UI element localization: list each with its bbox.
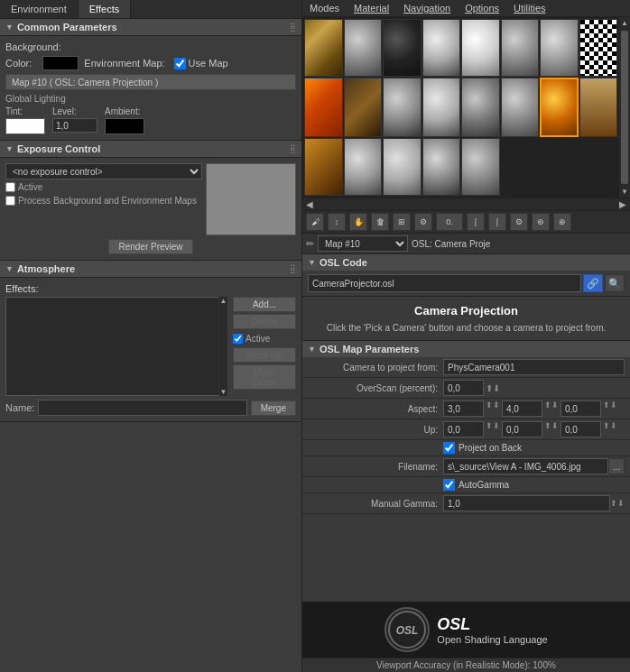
- thumb-sphere-grey8[interactable]: [344, 138, 383, 196]
- menu-navigation[interactable]: Navigation: [396, 0, 458, 16]
- camera-input[interactable]: [443, 359, 625, 375]
- tab-environment[interactable]: Environment: [0, 0, 79, 18]
- thumb-sphere-grey11[interactable]: [461, 138, 500, 196]
- map-dropdown[interactable]: Map #10: [318, 235, 408, 252]
- thumb-sphere-grey5[interactable]: [422, 78, 461, 137]
- menu-material[interactable]: Material: [347, 0, 396, 16]
- list-scrollbar[interactable]: ▲ ▼: [218, 297, 227, 396]
- thumb-sphere-mirror1[interactable]: [422, 19, 461, 77]
- exposure-content: <no exposure control> Active Process Bac…: [0, 158, 301, 260]
- delete-button[interactable]: Delete: [233, 314, 296, 329]
- scroll-up-arrow[interactable]: ▲: [220, 297, 227, 305]
- grid-next[interactable]: ▶: [616, 198, 630, 210]
- atmosphere-header[interactable]: ▼ Atmosphere ⣿: [0, 261, 301, 278]
- grid-prev[interactable]: ◀: [302, 198, 317, 210]
- tint-swatch[interactable]: [5, 118, 45, 134]
- tool-bar1[interactable]: |: [467, 213, 485, 231]
- thumb-scrollbar[interactable]: ▲ ▼: [619, 17, 630, 198]
- project-on-back-checkbox[interactable]: [443, 442, 455, 454]
- osl-search-button[interactable]: 🔍: [605, 274, 625, 292]
- aspect-input1[interactable]: [443, 400, 484, 417]
- up-spin1[interactable]: ⬆⬇: [486, 421, 500, 437]
- menu-modes[interactable]: Modes: [302, 0, 347, 16]
- scroll-down-arrow[interactable]: ▼: [220, 388, 227, 396]
- thumb-scroll-down[interactable]: ▼: [619, 186, 630, 198]
- auto-gamma-checkbox[interactable]: [443, 479, 455, 491]
- thumb-room2[interactable]: [344, 78, 383, 137]
- thumb-env2[interactable]: [579, 78, 618, 137]
- manual-gamma-spinner[interactable]: ⬆⬇: [610, 499, 625, 508]
- thumb-sphere-grey2[interactable]: [501, 19, 540, 77]
- filename-input[interactable]: [443, 458, 608, 474]
- tool-nav[interactable]: ↕: [328, 213, 346, 231]
- exposure-control-dropdown[interactable]: <no exposure control>: [5, 163, 202, 180]
- thumb-sphere-grey10[interactable]: [422, 138, 461, 196]
- tool-extra2[interactable]: ⊕: [553, 213, 571, 231]
- osl-code-header[interactable]: ▼ OSL Code: [302, 254, 630, 271]
- menu-options[interactable]: Options: [458, 0, 506, 16]
- move-up-button[interactable]: Move Up: [233, 347, 296, 363]
- thumb-checker[interactable]: [579, 19, 618, 77]
- tool-gear[interactable]: ⚙: [510, 213, 528, 231]
- tool-hand[interactable]: ✋: [349, 213, 367, 231]
- browse-button[interactable]: ...: [608, 458, 625, 474]
- level-input[interactable]: [52, 118, 97, 133]
- osl-link-button[interactable]: 🔗: [583, 274, 603, 292]
- name-input[interactable]: [38, 400, 246, 416]
- process-checkbox[interactable]: [5, 196, 15, 206]
- thumb-sphere-grey3[interactable]: [540, 19, 579, 77]
- aspect-spin3[interactable]: ⬆⬇: [603, 400, 617, 417]
- exposure-header[interactable]: ▼ Exposure Control ⣿: [0, 141, 301, 158]
- tool-options[interactable]: ⚙: [414, 213, 432, 231]
- atmo-active-checkbox[interactable]: [233, 334, 243, 344]
- up-spin2[interactable]: ⬆⬇: [544, 421, 559, 437]
- manual-gamma-input[interactable]: [443, 495, 610, 511]
- up-spin3[interactable]: ⬆⬇: [603, 421, 617, 437]
- map-button[interactable]: Map #10 ( OSL: Camera Projection ): [5, 74, 296, 90]
- thumb-sphere-grey7[interactable]: [501, 78, 540, 137]
- thumb-orange-selected[interactable]: [540, 78, 579, 137]
- move-down-button[interactable]: Move Down: [233, 364, 296, 390]
- aspect-spin1[interactable]: ⬆⬇: [486, 400, 500, 417]
- tool-bar2[interactable]: |: [488, 213, 506, 231]
- osl-params-header[interactable]: ▼ OSL Map Parameters: [302, 341, 630, 357]
- use-map-checkbox[interactable]: [174, 58, 186, 69]
- tool-grid[interactable]: ⊞: [393, 213, 411, 231]
- aspect-spin2[interactable]: ⬆⬇: [544, 400, 559, 417]
- thumb-sphere-white1[interactable]: [461, 19, 500, 77]
- render-preview-button[interactable]: Render Preview: [108, 239, 192, 254]
- aspect-input3[interactable]: [561, 400, 601, 417]
- thumb-sphere-grey4[interactable]: [383, 78, 422, 137]
- tool-number[interactable]: 0.: [436, 213, 463, 231]
- thumb-sphere-grey1[interactable]: [344, 19, 383, 77]
- color-swatch[interactable]: [42, 56, 79, 70]
- up-input2[interactable]: [502, 421, 542, 437]
- tool-paint[interactable]: 🖌: [306, 213, 324, 231]
- menu-utilities[interactable]: Utilities: [506, 0, 552, 16]
- atmo-inner: ▲ ▼ Add... Delete Active Move Up Move Do…: [5, 297, 296, 396]
- tool-extra1[interactable]: ⊛: [532, 213, 550, 231]
- tool-trash[interactable]: 🗑: [371, 213, 389, 231]
- overscan-spinner[interactable]: ⬆⬇: [486, 383, 500, 393]
- up-input3[interactable]: [561, 421, 601, 437]
- overscan-input[interactable]: [443, 380, 484, 396]
- merge-button[interactable]: Merge: [251, 400, 296, 416]
- active-checkbox[interactable]: [5, 182, 15, 192]
- aspect-input2[interactable]: [502, 400, 542, 417]
- up-input1[interactable]: [443, 421, 484, 437]
- add-button[interactable]: Add...: [233, 297, 296, 312]
- tab-effects[interactable]: Effects: [79, 0, 131, 18]
- thumb-env3[interactable]: [304, 138, 343, 196]
- thumb-sphere-grey6[interactable]: [461, 78, 500, 137]
- thumb-env-map[interactable]: [304, 78, 343, 137]
- osl-filename-input[interactable]: [308, 274, 581, 292]
- common-params-header[interactable]: ▼ Common Parameters ⣿: [0, 19, 301, 36]
- common-params-content: Background: Color: Environment Map: Use …: [0, 36, 301, 140]
- env-map-label: Environment Map:: [84, 58, 164, 69]
- thumb-sphere-black[interactable]: [383, 19, 422, 77]
- thumb-scroll-up[interactable]: ▲: [619, 17, 630, 29]
- thumb-sphere-grey9[interactable]: [383, 138, 422, 196]
- thumb-room1[interactable]: [304, 19, 343, 77]
- map-selector-row: ✏ Map #10 OSL: Camera Proje: [302, 234, 630, 254]
- ambient-swatch[interactable]: [105, 118, 144, 134]
